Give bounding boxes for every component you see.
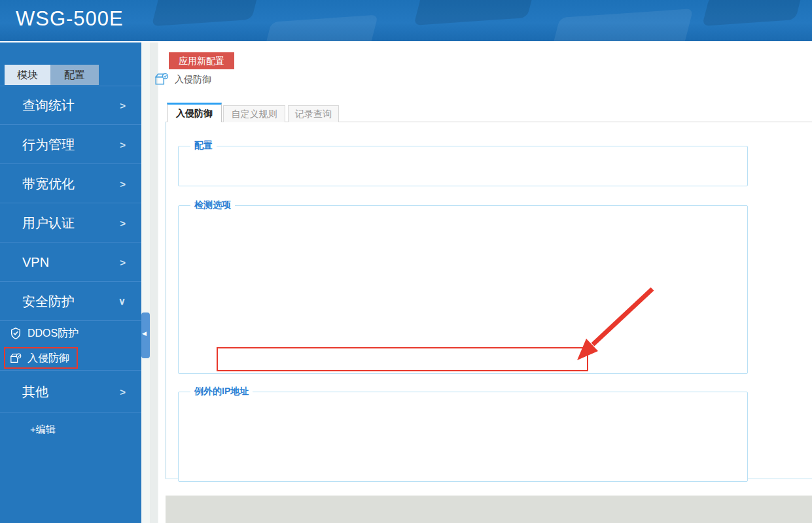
chevron-right-icon: >	[120, 100, 126, 111]
mode-tab-modules[interactable]: 模块	[5, 65, 50, 85]
collapse-left-icon: ◀	[142, 330, 147, 337]
sidebar-item-other[interactable]: 其他 >	[0, 370, 141, 413]
keyboard-decoration	[414, 0, 535, 25]
package-check-icon	[10, 352, 22, 364]
sidebar-item-bandwidth[interactable]: 带宽优化 >	[0, 164, 141, 203]
exception-legend: 例外的IP地址	[190, 386, 253, 397]
chevron-right-icon: >	[120, 256, 126, 267]
chevron-right-icon: >	[120, 217, 126, 228]
keyboard-decoration	[151, 0, 260, 26]
breadcrumb: 入侵防御	[175, 74, 211, 86]
detect-legend: 检测选项	[190, 199, 235, 211]
chevron-down-icon: ∨	[118, 295, 126, 307]
config-legend: 配置	[190, 140, 217, 152]
chevron-right-icon: >	[120, 139, 126, 150]
detect-section: 检测选项	[178, 199, 748, 374]
product-logo: WSG-500E	[16, 7, 124, 31]
keyboard-decoration	[550, 8, 693, 41]
sidebar-item-behavior[interactable]: 行为管理 >	[0, 125, 141, 164]
sidebar-item-ddos[interactable]: DDOS防护	[0, 321, 141, 346]
keyboard-decoration	[702, 0, 803, 26]
sidebar-item-query-stats[interactable]: 查询统计 >	[0, 86, 141, 125]
config-section: 配置	[178, 140, 748, 186]
exception-section: 例外的IP地址	[178, 386, 748, 482]
footer-bar	[166, 496, 812, 523]
sidebar-edit-link[interactable]: +编辑	[30, 424, 56, 436]
app-header: WSG-500E	[0, 0, 812, 41]
tab-log-query[interactable]: 记录查询	[288, 105, 339, 122]
breadcrumb-package-check-icon	[154, 72, 169, 86]
chevron-right-icon: >	[120, 386, 126, 397]
sidebar: 模块 配置 查询统计 > 行为管理 > 带宽优化 > 用户认证 > VPN > …	[0, 42, 141, 523]
chevron-right-icon: >	[120, 178, 126, 189]
sidebar-gutter	[141, 42, 158, 523]
apply-config-button[interactable]: 应用新配置	[169, 52, 234, 69]
sidebar-item-vpn[interactable]: VPN >	[0, 243, 141, 282]
keyboard-decoration	[263, 14, 378, 41]
sidebar-item-intrusion[interactable]: 入侵防御	[0, 346, 141, 370]
mode-tab-config[interactable]: 配置	[50, 65, 99, 85]
shield-check-icon	[10, 328, 22, 339]
tab-custom-rules[interactable]: 自定义规则	[223, 105, 285, 122]
sidebar-collapse-handle[interactable]: ◀	[141, 312, 150, 358]
sidebar-item-security[interactable]: 安全防护 ∨	[0, 282, 141, 321]
tab-intrusion-defense[interactable]: 入侵防御	[167, 103, 222, 122]
sidebar-item-user-auth[interactable]: 用户认证 >	[0, 203, 141, 243]
